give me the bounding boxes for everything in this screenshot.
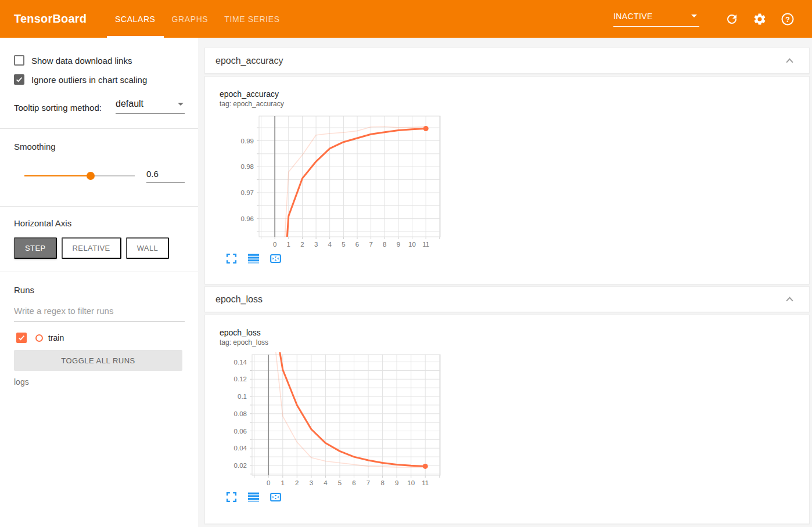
svg-text:10: 10 xyxy=(407,479,415,486)
smoothing-slider-fill xyxy=(24,175,91,176)
collapse-button[interactable] xyxy=(784,55,795,67)
svg-text:6: 6 xyxy=(352,479,355,486)
svg-text:3: 3 xyxy=(314,241,318,248)
svg-text:8: 8 xyxy=(380,479,384,486)
log-scale-lines-icon xyxy=(248,492,259,503)
app-header: TensorBoard SCALARS GRAPHS TIME SERIES I… xyxy=(0,0,812,38)
svg-text:3: 3 xyxy=(310,479,313,486)
svg-text:0.08: 0.08 xyxy=(234,410,247,417)
svg-text:10: 10 xyxy=(408,241,416,248)
check-icon xyxy=(15,75,23,84)
tab-scalars[interactable]: SCALARS xyxy=(107,0,164,38)
svg-text:9: 9 xyxy=(397,241,400,248)
card-body-epoch-loss: epoch_loss tag: epoch_loss 0.020.040.060… xyxy=(204,315,810,524)
runs-label: Runs xyxy=(14,285,185,295)
runs-filter-input[interactable] xyxy=(14,306,185,322)
epoch-accuracy-chart[interactable]: 0.960.970.980.9901234567891011 xyxy=(220,111,443,251)
chevron-down-icon xyxy=(178,103,184,106)
svg-text:4: 4 xyxy=(324,479,328,486)
card-body-epoch-accuracy: epoch_accuracy tag: epoch_accuracy 0.960… xyxy=(204,76,810,284)
card-header-epoch-accuracy[interactable]: epoch_accuracy xyxy=(204,48,810,74)
svg-text:0.97: 0.97 xyxy=(241,189,254,196)
fit-domain-button[interactable] xyxy=(270,492,281,503)
tab-graphs[interactable]: GRAPHS xyxy=(164,0,217,38)
chart-toolbar xyxy=(226,253,809,264)
fit-domain-button[interactable] xyxy=(270,253,281,264)
svg-text:4: 4 xyxy=(328,241,332,248)
log-scale-toggle-button[interactable] xyxy=(248,492,259,503)
axis-step-button[interactable]: STEP xyxy=(14,237,57,259)
svg-text:0: 0 xyxy=(267,479,270,486)
svg-text:0.96: 0.96 xyxy=(241,215,254,222)
epoch-loss-chart[interactable]: 0.020.040.060.080.10.120.140123456789101… xyxy=(220,350,443,489)
refresh-button[interactable] xyxy=(725,12,739,26)
header-actions: INACTIVE ? xyxy=(613,12,795,27)
help-icon: ? xyxy=(781,12,795,26)
svg-text:0.99: 0.99 xyxy=(241,138,254,145)
svg-text:7: 7 xyxy=(369,241,372,248)
chart-title: epoch_accuracy xyxy=(220,89,809,99)
show-download-links-checkbox-row[interactable]: Show data download links xyxy=(14,55,185,66)
refresh-icon xyxy=(725,12,739,26)
run-train-label: train xyxy=(48,333,64,342)
tab-graphs-label: GRAPHS xyxy=(172,15,209,24)
chart-tag: tag: epoch_accuracy xyxy=(220,100,809,108)
chart-title: epoch_loss xyxy=(220,328,809,337)
tooltip-sorting-label: Tooltip sorting method: xyxy=(14,102,116,114)
tab-time-series-label: TIME SERIES xyxy=(224,15,279,24)
svg-text:0.02: 0.02 xyxy=(234,462,247,469)
gear-icon xyxy=(753,12,767,26)
svg-text:9: 9 xyxy=(395,479,398,486)
svg-text:0.06: 0.06 xyxy=(234,428,247,435)
status-dropdown[interactable]: INACTIVE xyxy=(613,12,699,27)
svg-text:1: 1 xyxy=(281,479,285,486)
svg-text:0.12: 0.12 xyxy=(234,376,247,382)
card-title: epoch_accuracy xyxy=(215,56,283,66)
tab-time-series[interactable]: TIME SERIES xyxy=(216,0,288,38)
axis-relative-button[interactable]: RELATIVE xyxy=(62,237,121,259)
card-header-epoch-loss[interactable]: epoch_loss xyxy=(204,286,810,312)
run-item-train[interactable]: train xyxy=(16,333,185,343)
chart-toolbar xyxy=(226,492,809,503)
expand-chart-button[interactable] xyxy=(226,253,237,264)
show-download-links-checkbox[interactable] xyxy=(14,55,24,66)
axis-wall-button[interactable]: WALL xyxy=(126,237,170,259)
card-title: epoch_loss xyxy=(215,294,263,305)
svg-text:7: 7 xyxy=(367,479,370,486)
expand-icon xyxy=(226,253,237,264)
svg-text:0.1: 0.1 xyxy=(238,393,247,400)
help-button[interactable]: ? xyxy=(781,12,795,26)
tab-scalars-label: SCALARS xyxy=(115,15,156,24)
smoothing-slider[interactable] xyxy=(24,175,135,176)
ignore-outliers-label: Ignore outliers in chart scaling xyxy=(31,75,147,85)
run-train-checkbox[interactable] xyxy=(16,333,27,343)
svg-text:?: ? xyxy=(785,15,790,23)
ignore-outliers-checkbox-row[interactable]: Ignore outliers in chart scaling xyxy=(14,74,185,85)
svg-text:0: 0 xyxy=(273,241,276,248)
horizontal-axis-label: Horizontal Axis xyxy=(14,218,185,228)
show-download-links-label: Show data download links xyxy=(31,56,132,66)
svg-text:8: 8 xyxy=(383,241,386,248)
svg-text:0.04: 0.04 xyxy=(234,445,247,452)
app-title: TensorBoard xyxy=(14,12,91,26)
tooltip-sorting-select[interactable]: default xyxy=(116,99,185,114)
log-scale-lines-icon xyxy=(248,253,259,264)
smoothing-slider-knob[interactable] xyxy=(87,172,95,180)
settings-button[interactable] xyxy=(753,12,767,26)
svg-text:11: 11 xyxy=(422,479,429,486)
expand-chart-button[interactable] xyxy=(226,492,237,503)
toggle-all-runs-button[interactable]: TOGGLE ALL RUNS xyxy=(14,350,182,371)
log-scale-toggle-button[interactable] xyxy=(248,253,259,264)
svg-text:11: 11 xyxy=(422,241,429,248)
svg-text:5: 5 xyxy=(338,479,342,486)
svg-text:5: 5 xyxy=(342,241,345,248)
smoothing-value[interactable]: 0.6 xyxy=(146,169,185,183)
run-color-swatch xyxy=(35,334,43,342)
expand-icon xyxy=(226,492,237,503)
chevron-down-icon xyxy=(691,15,697,17)
ignore-outliers-checkbox[interactable] xyxy=(14,74,24,85)
svg-text:2: 2 xyxy=(300,241,304,248)
collapse-button[interactable] xyxy=(784,294,795,305)
svg-text:0.14: 0.14 xyxy=(234,359,247,366)
svg-text:6: 6 xyxy=(355,241,359,248)
